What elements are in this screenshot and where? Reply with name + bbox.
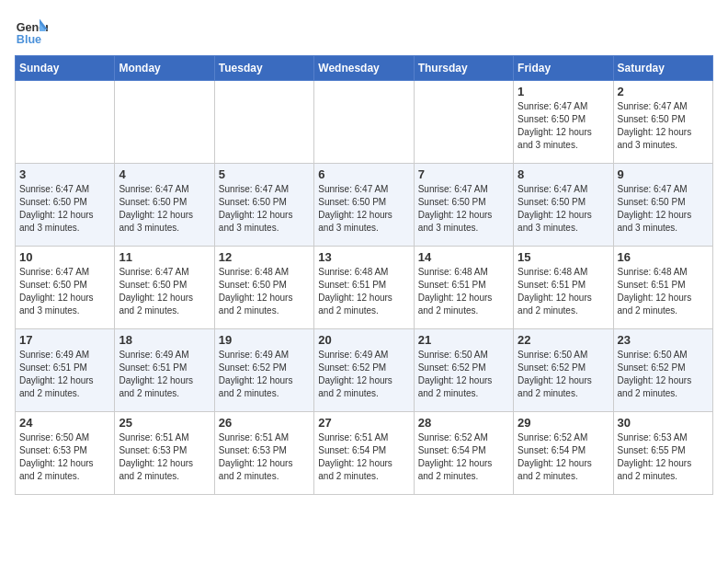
- calendar-cell: [214, 81, 313, 164]
- calendar-cell: 8Sunrise: 6:47 AM Sunset: 6:50 PM Daylig…: [514, 164, 613, 247]
- day-info: Sunrise: 6:49 AM Sunset: 6:51 PM Dayligh…: [119, 349, 210, 400]
- day-number: 29: [518, 416, 609, 430]
- day-number: 6: [318, 167, 409, 181]
- calendar-cell: [16, 81, 115, 164]
- day-number: 21: [418, 333, 509, 347]
- calendar-cell: [414, 81, 513, 164]
- weekday-header-sunday: Sunday: [16, 56, 115, 81]
- day-number: 17: [19, 333, 110, 347]
- day-info: Sunrise: 6:49 AM Sunset: 6:52 PM Dayligh…: [219, 349, 310, 400]
- logo: General Blue: [15, 15, 48, 48]
- day-info: Sunrise: 6:48 AM Sunset: 6:51 PM Dayligh…: [518, 266, 609, 317]
- day-info: Sunrise: 6:48 AM Sunset: 6:51 PM Dayligh…: [618, 266, 709, 317]
- calendar-cell: 26Sunrise: 6:51 AM Sunset: 6:53 PM Dayli…: [214, 412, 313, 495]
- day-info: Sunrise: 6:48 AM Sunset: 6:51 PM Dayligh…: [318, 266, 409, 317]
- weekday-header-saturday: Saturday: [613, 56, 712, 81]
- day-number: 1: [518, 85, 609, 98]
- day-number: 10: [19, 250, 110, 264]
- weekday-header-wednesday: Wednesday: [314, 56, 414, 81]
- day-number: 7: [418, 167, 509, 181]
- day-info: Sunrise: 6:52 AM Sunset: 6:54 PM Dayligh…: [418, 431, 509, 483]
- day-info: Sunrise: 6:47 AM Sunset: 6:50 PM Dayligh…: [318, 183, 409, 235]
- calendar-cell: 9Sunrise: 6:47 AM Sunset: 6:50 PM Daylig…: [613, 164, 712, 247]
- calendar-cell: 27Sunrise: 6:51 AM Sunset: 6:54 PM Dayli…: [314, 412, 414, 495]
- day-info: Sunrise: 6:50 AM Sunset: 6:52 PM Dayligh…: [618, 349, 709, 400]
- day-info: Sunrise: 6:52 AM Sunset: 6:54 PM Dayligh…: [518, 431, 609, 483]
- day-info: Sunrise: 6:50 AM Sunset: 6:52 PM Dayligh…: [418, 349, 509, 400]
- calendar-cell: 14Sunrise: 6:48 AM Sunset: 6:51 PM Dayli…: [414, 247, 513, 329]
- day-number: 11: [119, 250, 210, 264]
- calendar-cell: 23Sunrise: 6:50 AM Sunset: 6:52 PM Dayli…: [613, 329, 712, 412]
- calendar-cell: 30Sunrise: 6:53 AM Sunset: 6:55 PM Dayli…: [613, 412, 712, 495]
- calendar-cell: 10Sunrise: 6:47 AM Sunset: 6:50 PM Dayli…: [16, 247, 115, 329]
- day-number: 9: [618, 167, 709, 181]
- day-number: 28: [418, 416, 509, 430]
- day-info: Sunrise: 6:47 AM Sunset: 6:50 PM Dayligh…: [119, 266, 210, 317]
- day-info: Sunrise: 6:47 AM Sunset: 6:50 PM Dayligh…: [418, 183, 509, 235]
- day-number: 3: [19, 167, 110, 181]
- weekday-header-row: SundayMondayTuesdayWednesdayThursdayFrid…: [16, 56, 713, 81]
- calendar-cell: 6Sunrise: 6:47 AM Sunset: 6:50 PM Daylig…: [314, 164, 414, 247]
- day-number: 15: [518, 250, 609, 264]
- day-info: Sunrise: 6:49 AM Sunset: 6:51 PM Dayligh…: [19, 349, 110, 400]
- day-info: Sunrise: 6:47 AM Sunset: 6:50 PM Dayligh…: [19, 183, 110, 235]
- calendar-cell: 16Sunrise: 6:48 AM Sunset: 6:51 PM Dayli…: [613, 247, 712, 329]
- day-info: Sunrise: 6:47 AM Sunset: 6:50 PM Dayligh…: [19, 266, 110, 317]
- day-number: 5: [219, 167, 310, 181]
- header: General Blue: [15, 15, 713, 48]
- calendar-row: 3Sunrise: 6:47 AM Sunset: 6:50 PM Daylig…: [16, 164, 713, 247]
- calendar-cell: 19Sunrise: 6:49 AM Sunset: 6:52 PM Dayli…: [214, 329, 313, 412]
- day-number: 26: [219, 416, 310, 430]
- day-info: Sunrise: 6:49 AM Sunset: 6:52 PM Dayligh…: [318, 349, 409, 400]
- day-number: 19: [219, 333, 310, 347]
- svg-text:Blue: Blue: [17, 33, 41, 46]
- day-number: 4: [119, 167, 210, 181]
- logo-icon: General Blue: [15, 15, 48, 48]
- day-number: 14: [418, 250, 509, 264]
- day-number: 25: [119, 416, 210, 430]
- calendar-cell: 25Sunrise: 6:51 AM Sunset: 6:53 PM Dayli…: [115, 412, 214, 495]
- calendar-row: 17Sunrise: 6:49 AM Sunset: 6:51 PM Dayli…: [16, 329, 713, 412]
- calendar-cell: 11Sunrise: 6:47 AM Sunset: 6:50 PM Dayli…: [115, 247, 214, 329]
- calendar-row: 10Sunrise: 6:47 AM Sunset: 6:50 PM Dayli…: [16, 247, 713, 329]
- day-info: Sunrise: 6:47 AM Sunset: 6:50 PM Dayligh…: [618, 183, 709, 235]
- day-info: Sunrise: 6:47 AM Sunset: 6:50 PM Dayligh…: [618, 100, 709, 152]
- calendar-cell: 15Sunrise: 6:48 AM Sunset: 6:51 PM Dayli…: [514, 247, 613, 329]
- day-info: Sunrise: 6:50 AM Sunset: 6:53 PM Dayligh…: [19, 431, 110, 483]
- day-number: 27: [318, 416, 409, 430]
- calendar-cell: 17Sunrise: 6:49 AM Sunset: 6:51 PM Dayli…: [16, 329, 115, 412]
- day-info: Sunrise: 6:47 AM Sunset: 6:50 PM Dayligh…: [518, 100, 609, 152]
- calendar-cell: 13Sunrise: 6:48 AM Sunset: 6:51 PM Dayli…: [314, 247, 414, 329]
- weekday-header-friday: Friday: [514, 56, 613, 81]
- day-info: Sunrise: 6:47 AM Sunset: 6:50 PM Dayligh…: [219, 183, 310, 235]
- day-number: 12: [219, 250, 310, 264]
- calendar-cell: 29Sunrise: 6:52 AM Sunset: 6:54 PM Dayli…: [514, 412, 613, 495]
- day-number: 13: [318, 250, 409, 264]
- calendar-cell: [115, 81, 214, 164]
- day-number: 30: [618, 416, 709, 430]
- day-number: 2: [618, 85, 709, 98]
- day-info: Sunrise: 6:51 AM Sunset: 6:53 PM Dayligh…: [119, 431, 210, 483]
- day-number: 22: [518, 333, 609, 347]
- weekday-header-monday: Monday: [115, 56, 214, 81]
- calendar-cell: [314, 81, 414, 164]
- calendar-cell: 5Sunrise: 6:47 AM Sunset: 6:50 PM Daylig…: [214, 164, 313, 247]
- day-info: Sunrise: 6:51 AM Sunset: 6:54 PM Dayligh…: [318, 431, 409, 483]
- day-info: Sunrise: 6:48 AM Sunset: 6:50 PM Dayligh…: [219, 266, 310, 317]
- day-info: Sunrise: 6:50 AM Sunset: 6:52 PM Dayligh…: [518, 349, 609, 400]
- day-number: 24: [19, 416, 110, 430]
- day-info: Sunrise: 6:53 AM Sunset: 6:55 PM Dayligh…: [618, 431, 709, 483]
- day-number: 20: [318, 333, 409, 347]
- calendar: SundayMondayTuesdayWednesdayThursdayFrid…: [15, 55, 713, 495]
- calendar-cell: 7Sunrise: 6:47 AM Sunset: 6:50 PM Daylig…: [414, 164, 513, 247]
- calendar-cell: 4Sunrise: 6:47 AM Sunset: 6:50 PM Daylig…: [115, 164, 214, 247]
- day-info: Sunrise: 6:51 AM Sunset: 6:53 PM Dayligh…: [219, 431, 310, 483]
- calendar-cell: 22Sunrise: 6:50 AM Sunset: 6:52 PM Dayli…: [514, 329, 613, 412]
- calendar-cell: 2Sunrise: 6:47 AM Sunset: 6:50 PM Daylig…: [613, 81, 712, 164]
- weekday-header-thursday: Thursday: [414, 56, 513, 81]
- day-number: 18: [119, 333, 210, 347]
- day-info: Sunrise: 6:47 AM Sunset: 6:50 PM Dayligh…: [119, 183, 210, 235]
- calendar-cell: 3Sunrise: 6:47 AM Sunset: 6:50 PM Daylig…: [16, 164, 115, 247]
- day-number: 8: [518, 167, 609, 181]
- calendar-cell: 24Sunrise: 6:50 AM Sunset: 6:53 PM Dayli…: [16, 412, 115, 495]
